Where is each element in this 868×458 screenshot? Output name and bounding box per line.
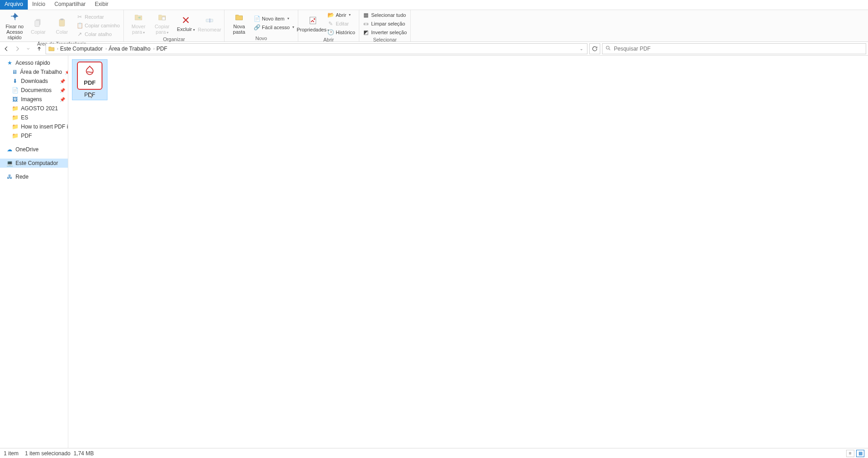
network-icon: 🖧 (6, 174, 13, 180)
open-button[interactable]: 📂 Abrir▾ (327, 11, 356, 19)
copy-to-button[interactable]: Copiar para▾ (150, 11, 174, 36)
paste-label: Colar (56, 29, 68, 35)
delete-label: Excluir▾ (177, 26, 195, 33)
folder-icon: 📁 (12, 124, 18, 130)
address-dropdown[interactable]: ⌄ (578, 46, 585, 51)
group-clipboard: Fixar no Acesso rápido Copiar Colar ✂ Re… (0, 10, 124, 41)
sidebar-item-label: Imagens (21, 96, 42, 103)
sidebar-item-desktop[interactable]: 🖥 Área de Trabalho 📌 (0, 67, 68, 77)
paste-button[interactable]: Colar (50, 16, 74, 35)
sidebar-item-label: Rede (15, 174, 29, 180)
edit-label: Editar (336, 21, 349, 26)
sidebar-item-pictures[interactable]: 🖼 Imagens 📌 (0, 95, 68, 104)
sidebar-item-network[interactable]: 🖧 Rede (0, 172, 68, 181)
move-to-button[interactable]: Mover para▾ (127, 11, 150, 36)
pin-icon: 📌 (60, 97, 65, 102)
tab-compartilhar[interactable]: Compartilhar (50, 0, 90, 10)
group-new: Nova pasta 📄 Novo item▾ 🔗 Fácil acesso▾ … (225, 10, 298, 41)
nav-recent-dropdown[interactable] (24, 44, 33, 53)
new-folder-button[interactable]: Nova pasta (227, 11, 251, 35)
desktop-icon: 🖥 (12, 69, 17, 75)
folder-icon: 📁 (12, 114, 18, 121)
computer-icon: 💻 (6, 160, 13, 166)
sidebar-item-documents[interactable]: 📄 Documentos 📌 (0, 86, 68, 95)
search-box[interactable] (602, 43, 866, 54)
tab-inicio[interactable]: Início (28, 0, 50, 10)
breadcrumb-item[interactable]: PDF (156, 46, 167, 52)
paste-shortcut-button[interactable]: ↗ Colar atalho (76, 31, 121, 38)
sidebar-item-folder[interactable]: 📁 ES (0, 113, 68, 122)
sidebar-item-label: How to insert PDF i (21, 124, 68, 130)
sidebar-item-onedrive[interactable]: ☁ OneDrive (0, 145, 68, 154)
easy-access-label: Fácil acesso (262, 25, 290, 30)
sidebar-item-folder[interactable]: 📁 How to insert PDF i (0, 122, 68, 131)
chevron-right-icon: › (153, 46, 154, 51)
svg-rect-1 (35, 21, 40, 26)
main-area: ★ Acesso rápido 🖥 Área de Trabalho 📌 ⬇ D… (0, 56, 868, 448)
pin-label: Fixar no Acesso rápido (3, 24, 26, 40)
chevron-down-icon: ▾ (193, 28, 195, 32)
nav-forward-button[interactable] (13, 44, 22, 53)
refresh-button[interactable] (589, 43, 600, 54)
breadcrumb-item[interactable]: Área de Trabalho› (108, 46, 154, 52)
edit-button[interactable]: ✎ Editar (327, 20, 356, 27)
select-all-label: Selecionar tudo (371, 12, 406, 18)
navigation-pane[interactable]: ★ Acesso rápido 🖥 Área de Trabalho 📌 ⬇ D… (0, 56, 68, 448)
clear-selection-button[interactable]: ▭ Limpar seleção (362, 20, 408, 27)
shortcut-icon: ↗ (77, 31, 83, 37)
cut-button[interactable]: ✂ Recortar (76, 13, 121, 21)
history-label: Histórico (336, 30, 355, 35)
address-bar[interactable]: › Este Computador› Área de Trabalho› PDF… (46, 43, 587, 54)
group-new-label: Novo (227, 35, 295, 42)
properties-button[interactable]: Propriedades▾ (301, 14, 325, 33)
nav-up-button[interactable] (35, 44, 44, 53)
rename-button[interactable]: Renomear (198, 14, 221, 32)
sidebar-item-folder[interactable]: 📁 PDF (0, 131, 68, 140)
pin-quickaccess-button[interactable]: Fixar no Acesso rápido (3, 11, 26, 40)
sidebar-item-folder[interactable]: 📁 AGOSTO 2021 (0, 104, 68, 113)
history-icon: 🕑 (327, 29, 334, 36)
move-label: Mover para▾ (127, 24, 150, 36)
view-details-button[interactable]: ≡ (846, 450, 854, 457)
copy-to-icon (156, 12, 168, 23)
invert-selection-button[interactable]: ◩ Inverter seleção (362, 28, 408, 36)
file-item[interactable]: PDF PDF (72, 59, 107, 100)
group-select: ▦ Selecionar tudo ▭ Limpar seleção ◩ Inv… (359, 10, 411, 41)
breadcrumb-item[interactable]: Este Computador› (60, 46, 107, 52)
move-icon (132, 12, 145, 23)
nav-back-button[interactable] (2, 44, 11, 53)
sidebar-item-computer[interactable]: 💻 Este Computador (0, 159, 68, 168)
view-large-icons-button[interactable]: ▦ (856, 450, 864, 457)
sidebar-quick-access[interactable]: ★ Acesso rápido (0, 58, 68, 67)
select-all-button[interactable]: ▦ Selecionar tudo (362, 11, 408, 19)
pin-icon: 📌 (60, 88, 65, 93)
copy-to-label: Copiar para▾ (150, 24, 174, 36)
status-bar: 1 item 1 item selecionado 1,74 MB ≡ ▦ (0, 448, 868, 458)
copy-button[interactable]: Copiar (26, 16, 50, 35)
svg-rect-6 (209, 19, 210, 23)
svg-rect-2 (59, 20, 65, 26)
status-item-count: 1 item (4, 450, 19, 457)
delete-button[interactable]: Excluir▾ (174, 14, 198, 33)
sidebar-item-label: Documentos (21, 87, 51, 93)
sidebar-item-label: PDF (21, 133, 32, 139)
delete-icon (179, 15, 192, 26)
history-button[interactable]: 🕑 Histórico (327, 28, 356, 36)
easy-access-button[interactable]: 🔗 Fácil acesso▾ (253, 23, 295, 31)
sidebar-item-label: ES (21, 114, 28, 121)
sidebar-item-label: Downloads (21, 78, 48, 84)
sidebar-item-label: Área de Trabalho (20, 69, 62, 75)
copy-path-button[interactable]: 📋 Copiar caminho (76, 22, 121, 30)
search-input[interactable] (614, 46, 863, 52)
easy-access-icon: 🔗 (254, 24, 260, 31)
new-item-label: Novo item (262, 16, 285, 21)
tab-arquivo[interactable]: Arquivo (0, 0, 28, 10)
tab-exibir[interactable]: Exibir (90, 0, 113, 10)
invert-selection-icon: ◩ (363, 29, 369, 36)
group-open-label: Abrir (301, 36, 356, 43)
new-item-button[interactable]: 📄 Novo item▾ (253, 15, 295, 22)
file-list[interactable]: PDF PDF (68, 56, 868, 448)
sidebar-item-downloads[interactable]: ⬇ Downloads 📌 (0, 77, 68, 86)
select-all-icon: ▦ (363, 12, 369, 18)
group-select-label: Selecionar (362, 36, 408, 43)
